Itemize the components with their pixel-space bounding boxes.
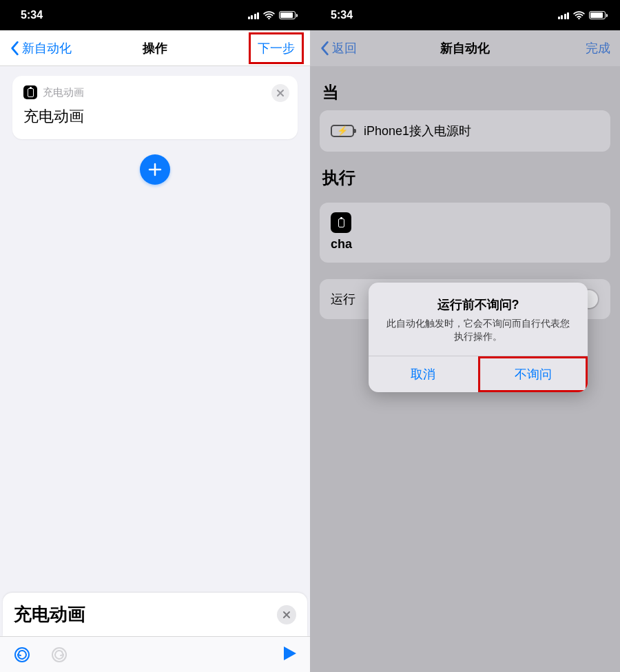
clear-search-button[interactable] xyxy=(277,605,296,624)
next-button[interactable]: 下一步 xyxy=(249,33,303,63)
status-bar: 5:34 xyxy=(0,0,310,30)
done-button[interactable]: 完成 xyxy=(586,40,610,57)
charging-battery-icon: ⚡ xyxy=(331,125,354,137)
confirm-alert: 运行前不询问? 此自动化触发时，它会不询问而自行代表您执行操作。 取消 不询问 xyxy=(369,283,588,392)
back-label: 返回 xyxy=(332,40,357,57)
run-button[interactable] xyxy=(282,645,298,664)
remove-action-button[interactable] xyxy=(271,84,289,102)
plus-icon xyxy=(147,162,163,177)
action-big-label: 充电动画 xyxy=(23,106,287,127)
play-icon xyxy=(282,645,298,662)
search-text: 充电动画 xyxy=(14,602,85,627)
redo-icon xyxy=(50,646,68,664)
back-button[interactable]: 返回 xyxy=(320,40,357,57)
nav-title: 操作 xyxy=(143,40,167,57)
battery-icon xyxy=(279,11,298,19)
close-icon xyxy=(276,89,285,97)
action-card[interactable]: 充电动画 充电动画 xyxy=(12,76,298,139)
do-action-label: cha xyxy=(331,237,599,252)
status-time: 5:34 xyxy=(331,9,353,21)
redo-button[interactable] xyxy=(50,645,69,664)
cellular-icon xyxy=(558,11,570,19)
nav-bar: 新自动化 操作 下一步 xyxy=(0,30,310,66)
alert-cancel-button[interactable]: 取消 xyxy=(369,356,478,392)
add-action-button[interactable] xyxy=(140,154,170,185)
alert-confirm-button[interactable]: 不询问 xyxy=(478,356,588,392)
battery-icon xyxy=(589,11,608,19)
status-right xyxy=(558,11,608,19)
nav-bar: 返回 新自动化 完成 xyxy=(310,30,620,66)
when-condition-row[interactable]: ⚡ iPhone1接入电源时 xyxy=(320,110,610,152)
alert-message: 此自动化触发时，它会不询问而自行代表您执行操作。 xyxy=(382,317,574,343)
status-time: 5:34 xyxy=(21,9,43,21)
wifi-icon xyxy=(573,11,585,19)
cellular-icon xyxy=(248,11,260,19)
wifi-icon xyxy=(263,11,275,19)
close-icon xyxy=(282,611,291,619)
chevron-left-icon xyxy=(10,41,19,56)
app-icon xyxy=(23,85,37,99)
ask-row-label: 运行 xyxy=(331,291,355,307)
section-when-header: 当 xyxy=(310,66,620,110)
chevron-left-icon xyxy=(320,41,329,56)
action-small-label: 充电动画 xyxy=(43,86,84,99)
bottom-toolbar xyxy=(0,636,310,672)
condition-text: iPhone1接入电源时 xyxy=(364,123,471,139)
alert-title: 运行前不询问? xyxy=(382,296,574,313)
back-label: 新自动化 xyxy=(22,40,72,57)
app-icon xyxy=(331,212,351,233)
status-bar: 5:34 xyxy=(310,0,620,30)
section-do-header: 执行 xyxy=(310,152,620,196)
undo-button[interactable] xyxy=(12,645,32,664)
status-right xyxy=(248,11,298,19)
back-button[interactable]: 新自动化 xyxy=(10,40,72,57)
undo-icon xyxy=(13,646,31,664)
screen-actions: 5:34 新自动化 操作 下一步 充电动画 充电动画 xyxy=(0,0,310,672)
screen-automation-summary: 5:34 返回 新自动化 完成 当 ⚡ iPhone1接入电源时 执行 xyxy=(310,0,620,672)
do-action-card[interactable]: cha xyxy=(320,203,610,263)
search-card[interactable]: 充电动画 xyxy=(3,593,307,636)
nav-title: 新自动化 xyxy=(440,40,490,57)
